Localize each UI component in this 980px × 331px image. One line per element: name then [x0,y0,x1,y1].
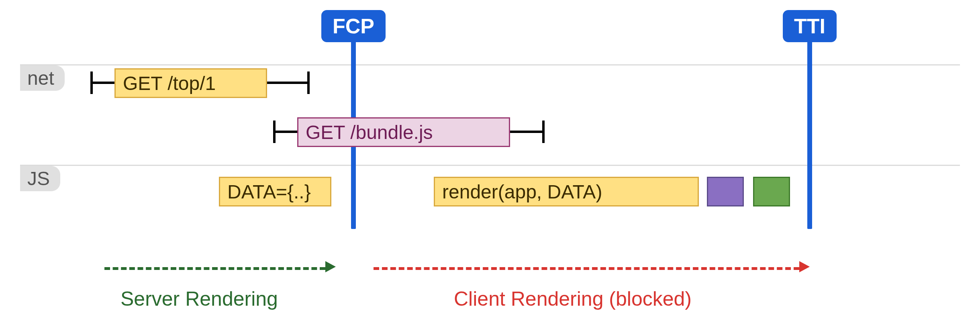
client-phase-arrowhead [799,261,810,272]
tti-marker-line [807,40,812,229]
whisker-line [273,131,297,133]
lane-divider-top [20,64,960,65]
task-render: render(app, DATA) [434,177,699,206]
whisker-cap [307,72,310,94]
tti-marker-flag: TTI [783,10,837,42]
whisker-line [90,82,114,84]
whisker-cap [542,121,545,143]
server-phase-arrow [104,267,325,270]
client-phase-label: Client Rendering (blocked) [454,287,692,311]
task-block-purple [707,177,744,206]
task-data-blob: DATA={..} [219,177,331,206]
whisker-line [510,131,542,133]
timeline-diagram: net JS FCP TTI GET /top/1 GET /bundle.js… [0,0,980,331]
task-get-bundle: GET /bundle.js [297,117,510,147]
lane-divider-mid [20,165,960,166]
client-phase-arrow [374,267,799,270]
lane-label-js: JS [20,166,60,191]
server-phase-arrowhead [325,261,336,272]
server-phase-label: Server Rendering [120,287,278,311]
whisker-line [267,82,307,84]
fcp-marker-flag: FCP [321,10,386,42]
task-block-green [753,177,790,206]
task-get-top: GET /top/1 [114,68,267,98]
lane-label-net: net [20,65,65,91]
